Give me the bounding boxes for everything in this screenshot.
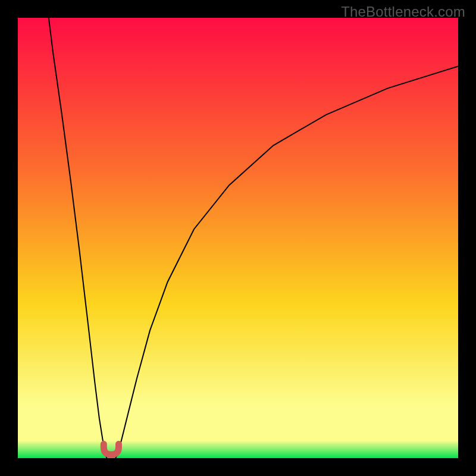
bottleneck-chart — [18, 18, 458, 458]
watermark-text: TheBottleneck.com — [341, 4, 465, 20]
chart-frame: TheBottleneck.com — [0, 0, 476, 476]
plot-area — [18, 18, 458, 458]
gradient-background — [18, 18, 458, 458]
